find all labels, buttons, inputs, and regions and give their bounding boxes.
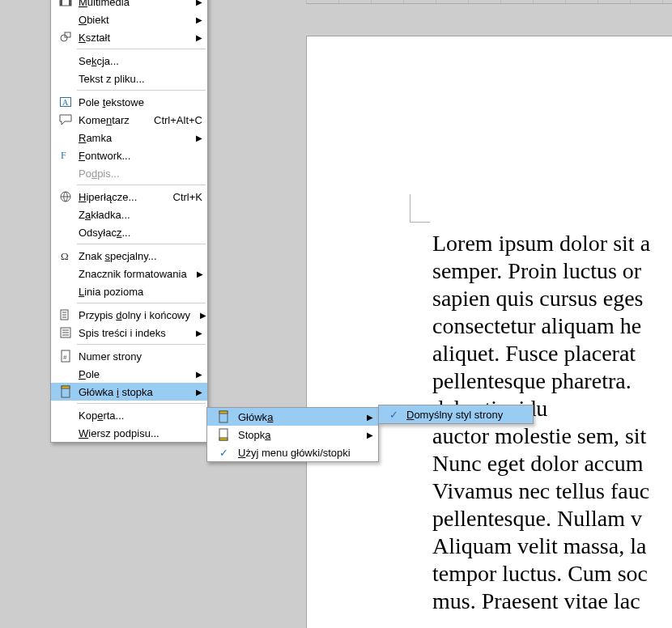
menu-item[interactable]: #Numer strony [51, 347, 207, 365]
menu-item-shortcut: Ctrl+K [173, 191, 202, 203]
menu-separator [77, 303, 206, 303]
menu-item[interactable]: Linia pozioma [51, 282, 207, 300]
menu-item[interactable]: Sekcja... [51, 52, 207, 70]
check-icon: ✓ [382, 409, 405, 421]
menu-item-label: Fontwork... [77, 150, 202, 162]
menu-item[interactable]: Znacznik formatowania▶ [51, 265, 207, 282]
headerfooter-icon [54, 385, 77, 398]
svg-text:F: F [61, 150, 66, 161]
menu-item-label: Tekst z pliku... [77, 73, 202, 85]
check-icon: ✓ [211, 447, 236, 459]
menu-item-label: Linia pozioma [77, 286, 202, 298]
menu-item-label: Ramka [77, 132, 186, 144]
page-header-icon [211, 410, 236, 423]
submenu-arrow-icon: ▶ [194, 370, 202, 379]
insert-menu[interactable]: Multimedia▶Obiekt▶Kształt▶Sekcja...Tekst… [50, 0, 208, 443]
menu-item[interactable]: Obiekt▶ [51, 11, 207, 28]
menu-separator [77, 403, 206, 404]
menu-item[interactable]: Stopka▶ [207, 426, 378, 443]
menu-item[interactable]: APole tekstowe [51, 93, 207, 111]
menu-item[interactable]: Kształt▶ [51, 28, 207, 46]
svg-rect-21 [62, 386, 70, 388]
header-footer-submenu[interactable]: Główka▶Stopka▶✓Użyj menu główki/stopki [206, 407, 379, 462]
menu-item[interactable]: Zakładka... [51, 206, 207, 223]
menu-separator [77, 90, 206, 91]
menu-item-label: Koperta... [77, 409, 202, 422]
menu-item[interactable]: Przypis dolny i końcowy▶ [51, 306, 207, 324]
fontwork-icon: F [54, 149, 77, 162]
submenu-arrow-icon: ▶ [365, 413, 373, 422]
menu-separator [77, 49, 206, 49]
menu-item[interactable]: Ramka▶ [51, 129, 207, 146]
menu-item[interactable]: KomentarzCtrl+Alt+C [51, 111, 207, 129]
menu-item[interactable]: Tekst z pliku... [51, 70, 207, 87]
comment-icon [54, 113, 77, 126]
menu-item-label: Znak specjalny... [77, 250, 202, 262]
header-style-submenu[interactable]: ✓Domyślny styl strony [378, 405, 534, 424]
menu-item-label: Kształt [77, 32, 186, 44]
pagenum-icon: # [54, 350, 77, 363]
menu-item[interactable]: Pole▶ [51, 365, 207, 383]
svg-rect-1 [60, 0, 62, 6]
submenu-arrow-icon: ▶ [198, 311, 206, 320]
menu-item-label: Spis treści i indeks [77, 327, 186, 339]
svg-text:A: A [62, 98, 69, 107]
svg-rect-2 [69, 0, 71, 6]
menu-item[interactable]: Koperta... [51, 406, 207, 424]
menu-item-label: Obiekt [77, 14, 186, 26]
menu-item-shortcut: Ctrl+Alt+C [154, 114, 202, 126]
menu-item-label: Odsyłacz... [77, 227, 202, 239]
omega-icon: Ω [54, 249, 77, 262]
shape-icon [54, 31, 77, 44]
menu-item[interactable]: ✓Domyślny styl strony [379, 405, 533, 423]
menu-item[interactable]: FFontwork... [51, 146, 207, 164]
menu-item-label: Główka [236, 411, 357, 423]
submenu-arrow-icon: ▶ [365, 431, 373, 439]
menu-item[interactable]: Główka▶ [207, 408, 378, 426]
footnote-icon [54, 308, 77, 321]
submenu-arrow-icon: ▶ [194, 134, 202, 142]
menu-item-label: Hiperłącze... [77, 191, 159, 203]
submenu-arrow-icon: ▶ [194, 388, 202, 397]
textbox-icon: A [54, 95, 77, 108]
menu-separator [77, 185, 206, 185]
svg-point-3 [61, 35, 67, 41]
menu-item[interactable]: Spis treści i indeks▶ [51, 324, 207, 342]
menu-item-label: Sekcja... [77, 55, 202, 67]
page-footer-icon [211, 428, 236, 441]
menu-item[interactable]: Multimedia▶ [51, 0, 207, 11]
submenu-arrow-icon: ▶ [194, 329, 202, 337]
menu-item-label: Komentarz [77, 114, 139, 126]
menu-item-label: Znacznik formatowania [77, 268, 187, 280]
menu-item-label: Pole [77, 368, 186, 380]
menu-item[interactable]: ✓Użyj menu główki/stopki [207, 443, 378, 461]
submenu-arrow-icon: ▶ [195, 269, 203, 278]
menu-item-label: Numer strony [77, 350, 202, 363]
menu-item[interactable]: Główka i stopka▶ [51, 383, 207, 401]
menu-item[interactable]: Wiersz podpisu... [51, 424, 207, 442]
svg-rect-25 [219, 438, 228, 440]
globe-icon [54, 190, 77, 203]
menu-item-label: Pole tekstowe [77, 96, 202, 108]
menu-item[interactable]: Podpis... [51, 164, 207, 182]
menu-separator [77, 344, 206, 345]
menu-item-label: Stopka [236, 429, 357, 441]
menu-item[interactable]: Hiperłącze...Ctrl+K [51, 188, 207, 206]
menu-item-label: Przypis dolny i końcowy [77, 309, 190, 321]
menu-item-label: Domyślny styl strony [405, 409, 528, 421]
menu-item-label: Użyj menu główki/stopki [236, 447, 373, 459]
submenu-arrow-icon: ▶ [194, 33, 202, 42]
svg-rect-23 [219, 411, 228, 414]
horizontal-ruler [306, 0, 672, 4]
toc-icon [54, 326, 77, 339]
media-icon [54, 0, 77, 8]
margin-corner-mark [410, 194, 430, 223]
menu-item-label: Podpis... [77, 168, 202, 180]
menu-item-label: Wiersz podpisu... [77, 427, 202, 439]
svg-text:Ω: Ω [61, 250, 69, 262]
menu-item-label: Główka i stopka [77, 386, 186, 398]
menu-item[interactable]: ΩZnak specjalny... [51, 247, 207, 265]
svg-text:#: # [63, 354, 67, 361]
menu-item[interactable]: Odsyłacz... [51, 223, 207, 241]
submenu-arrow-icon: ▶ [194, 0, 202, 6]
